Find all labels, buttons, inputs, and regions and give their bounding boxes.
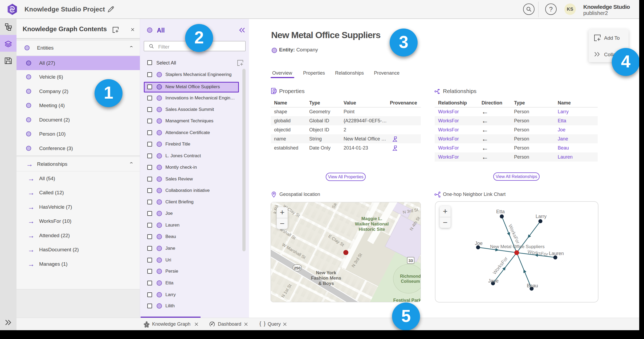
svg-text:Beau: Beau [527, 283, 538, 288]
svg-text:Lauren: Lauren [549, 251, 564, 256]
svg-text:New Metal Office Suppliers: New Metal Office Suppliers [490, 244, 545, 249]
svg-text:Jane: Jane [488, 278, 499, 284]
svg-text:Etta: Etta [496, 209, 505, 214]
svg-text:Joe: Joe [475, 241, 483, 246]
svg-text:Larry: Larry [536, 214, 547, 219]
svg-text:WorksFor: WorksFor [492, 256, 509, 276]
